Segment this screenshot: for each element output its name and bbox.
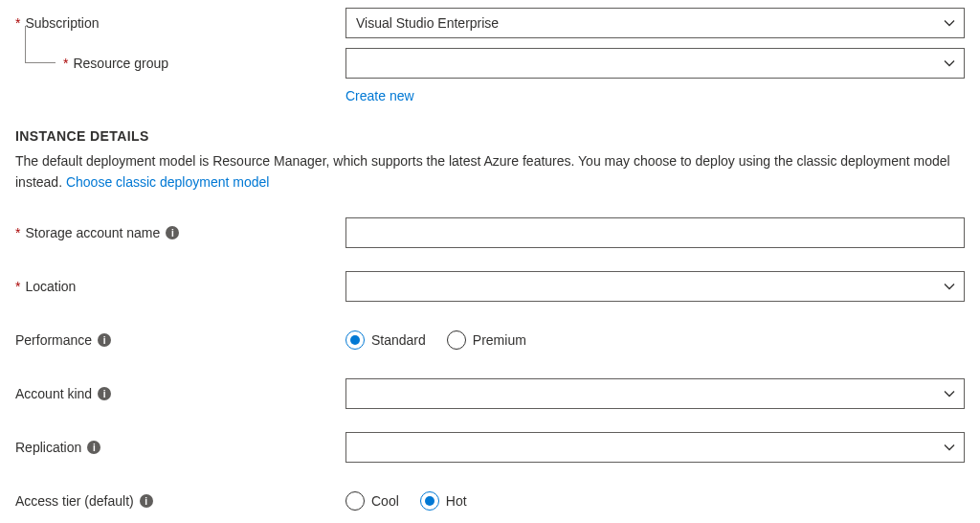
radio-icon (420, 491, 439, 511)
account-kind-label: Account kind (15, 386, 92, 401)
access-tier-row: Access tier (default) i Cool Hot (15, 486, 965, 516)
resource-group-input-col (345, 48, 965, 79)
storage-account-input-col (345, 217, 965, 248)
replication-label: Replication (15, 440, 81, 455)
location-label: Location (25, 279, 76, 294)
chevron-down-icon (943, 441, 956, 454)
access-tier-input-col: Cool Hot (345, 491, 965, 511)
resource-group-row: * Resource group (15, 48, 965, 79)
access-tier-radio-group: Cool Hot (345, 491, 467, 511)
account-kind-input-col (345, 378, 965, 409)
instance-details-header: INSTANCE DETAILS (15, 128, 965, 144)
resource-group-label: Resource group (73, 56, 168, 71)
performance-input-col: Standard Premium (345, 330, 965, 350)
chevron-down-icon (943, 280, 956, 293)
performance-premium-option[interactable]: Premium (447, 330, 526, 350)
chevron-down-icon (943, 16, 956, 30)
required-asterisk: * (63, 56, 68, 71)
access-tier-hot-option[interactable]: Hot (420, 491, 467, 511)
performance-standard-option[interactable]: Standard (345, 330, 426, 350)
access-tier-cool-option[interactable]: Cool (345, 491, 399, 511)
replication-input-col (345, 432, 965, 463)
chevron-down-icon (943, 387, 956, 400)
radio-icon (345, 330, 365, 350)
storage-account-row: * Storage account name i (15, 217, 965, 248)
radio-icon (447, 330, 466, 350)
performance-radio-group: Standard Premium (345, 330, 526, 350)
replication-row: Replication i (15, 432, 965, 463)
classic-deploy-link[interactable]: Choose classic deployment model (66, 174, 269, 190)
create-new-row: Create new (15, 88, 965, 103)
info-icon[interactable]: i (98, 387, 111, 400)
subscription-select[interactable]: Visual Studio Enterprise (345, 8, 965, 38)
storage-account-label: Storage account name (25, 225, 160, 240)
info-icon[interactable]: i (140, 494, 153, 508)
access-tier-hot-label: Hot (446, 493, 467, 509)
subscription-value: Visual Studio Enterprise (356, 15, 499, 31)
access-tier-label-col: Access tier (default) i (15, 493, 345, 509)
storage-account-label-col: * Storage account name i (15, 225, 345, 240)
location-row: * Location (15, 271, 965, 302)
subscription-label: Subscription (25, 15, 99, 31)
info-icon[interactable]: i (98, 333, 111, 347)
replication-label-col: Replication i (15, 440, 345, 455)
account-kind-select[interactable] (345, 378, 965, 409)
info-icon[interactable]: i (166, 226, 179, 239)
performance-standard-label: Standard (371, 332, 426, 348)
required-asterisk: * (15, 225, 20, 240)
tree-connector-icon (15, 51, 63, 76)
resource-group-select[interactable] (345, 48, 965, 79)
access-tier-cool-label: Cool (371, 493, 399, 509)
instance-details-desc: The default deployment model is Resource… (15, 151, 963, 193)
performance-label: Performance (15, 332, 92, 348)
replication-select[interactable] (345, 432, 965, 463)
info-icon[interactable]: i (87, 441, 100, 454)
performance-row: Performance i Standard Premium (15, 325, 965, 355)
access-tier-label: Access tier (default) (15, 493, 134, 509)
required-asterisk: * (15, 279, 20, 294)
account-kind-row: Account kind i (15, 378, 965, 409)
subscription-label-col: * Subscription (15, 15, 345, 31)
account-kind-label-col: Account kind i (15, 386, 345, 401)
storage-account-input[interactable] (345, 217, 965, 248)
location-select[interactable] (345, 271, 965, 302)
create-new-link[interactable]: Create new (345, 88, 414, 103)
chevron-down-icon (943, 57, 956, 70)
performance-label-col: Performance i (15, 332, 345, 348)
subscription-input-col: Visual Studio Enterprise (345, 8, 965, 38)
location-input-col (345, 271, 965, 302)
radio-icon (345, 491, 365, 511)
resource-group-label-col: * Resource group (15, 51, 345, 76)
performance-premium-label: Premium (473, 332, 526, 348)
location-label-col: * Location (15, 279, 345, 294)
subscription-row: * Subscription Visual Studio Enterprise (15, 8, 965, 38)
required-asterisk: * (15, 15, 20, 31)
